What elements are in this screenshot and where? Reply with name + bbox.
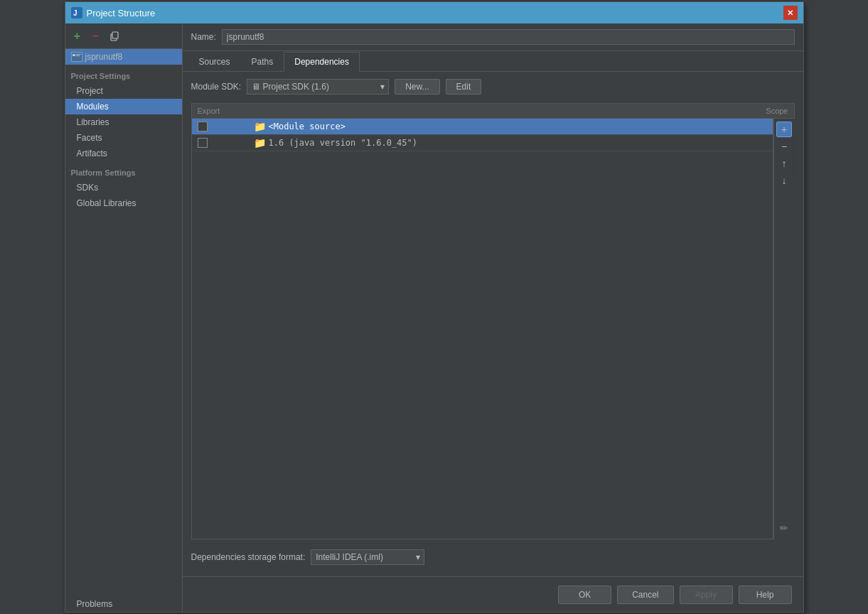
sidebar-item-global-libraries[interactable]: Global Libraries (65, 195, 182, 211)
intellij-icon: J (71, 7, 82, 18)
dep-name-col-2: 📁 1.6 (java version "1.6.0_45") (254, 138, 696, 148)
sidebar-toolbar: + − (65, 23, 182, 49)
dep-actions-col: + 1 JARs or directories... 2 (773, 119, 795, 539)
sidebar-item-modules[interactable]: Modules (65, 99, 182, 114)
table-main: 📁 <Module source> (191, 119, 773, 539)
add-dependency-button[interactable]: + (776, 122, 792, 137)
dep-checkbox-2[interactable] (198, 138, 208, 148)
ok-button[interactable]: OK (558, 586, 611, 604)
sdk-select[interactable]: 🖥 Project SDK (1.6) (247, 79, 389, 95)
svg-rect-7 (76, 55, 80, 56)
dep-name-col-1: 📁 <Module source> (254, 122, 696, 131)
close-button[interactable]: ✕ (783, 6, 798, 20)
storage-select[interactable]: IntelliJ IDEA (.iml) (311, 549, 424, 565)
dep-table-body: 📁 <Module source> (191, 119, 773, 539)
sidebar-item-project[interactable]: Project (65, 83, 182, 99)
dep-export-col-2 (198, 138, 254, 148)
sidebar-item-facets[interactable]: Facets (65, 130, 182, 146)
help-button[interactable]: Help (739, 586, 792, 604)
sdk-select-wrapper: 🖥 Project SDK (1.6) (247, 79, 389, 95)
svg-rect-5 (73, 54, 75, 56)
main-content: Name: Sources Paths Dependencies (183, 23, 803, 612)
tab-sources[interactable]: Sources (188, 52, 241, 72)
sidebar-item-problems[interactable]: Problems (65, 596, 182, 612)
dialog-wrapper: J Project Structure ✕ + − (65, 1, 804, 613)
plus-btn-wrapper: + 1 JARs or directories... 2 (776, 122, 792, 137)
cancel-button[interactable]: Cancel (617, 586, 673, 604)
storage-row: Dependencies storage format: IntelliJ ID… (191, 545, 795, 569)
dep-export-col-1 (198, 122, 254, 131)
svg-rect-6 (76, 54, 81, 55)
table-wrapper: 📁 <Module source> (191, 119, 795, 539)
col-header-scope: Scope (717, 107, 788, 115)
storage-label: Dependencies storage format: (191, 552, 306, 562)
project-settings-section: Project Settings (65, 65, 182, 83)
sdk-label: Module SDK: (191, 82, 242, 92)
title-bar-left: J Project Structure (71, 7, 156, 18)
add-module-button[interactable]: + (70, 28, 85, 44)
col-header-export: Export (198, 107, 254, 115)
edit-sdk-button[interactable]: Edit (446, 79, 482, 95)
dep-name-2: 1.6 (java version "1.6.0_45") (269, 138, 418, 148)
platform-settings-section: Platform Settings (65, 161, 182, 180)
move-down-button[interactable]: ↓ (776, 173, 792, 188)
folder-blue-icon: 📁 (254, 122, 266, 131)
sidebar: + − (65, 23, 183, 612)
edit-pencil-icon[interactable]: ✏ (777, 519, 791, 537)
title-bar: J Project Structure ✕ (65, 2, 803, 23)
dep-name-1: <Module source> (269, 122, 345, 131)
svg-rect-4 (72, 53, 82, 61)
content-area: Module SDK: 🖥 Project SDK (1.6) New... E… (183, 72, 803, 576)
module-icon (71, 52, 82, 62)
dialog-title: Project Structure (87, 8, 156, 18)
sidebar-item-artifacts[interactable]: Artifacts (65, 146, 182, 161)
tab-dependencies[interactable]: Dependencies (284, 52, 360, 72)
storage-select-wrapper: IntelliJ IDEA (.iml) (311, 549, 424, 565)
module-sdk-row: Module SDK: 🖥 Project SDK (1.6) New... E… (191, 79, 795, 95)
sidebar-item-libraries[interactable]: Libraries (65, 114, 182, 130)
dep-checkbox-1[interactable] (198, 122, 208, 131)
folder-orange-icon: 📁 (254, 138, 266, 148)
remove-module-button[interactable]: − (88, 28, 104, 44)
dep-row-jdk[interactable]: 📁 1.6 (java version "1.6.0_45") (192, 135, 773, 151)
bottom-bar: OK Cancel Apply Help (183, 576, 803, 612)
svg-text:J: J (73, 9, 77, 17)
name-label: Name: (191, 32, 216, 42)
sidebar-item-sdks[interactable]: SDKs (65, 180, 182, 195)
dep-row-module-source[interactable]: 📁 <Module source> (192, 119, 773, 135)
copy-module-button[interactable] (107, 28, 122, 44)
dialog-body: + − (65, 23, 803, 612)
remove-dependency-button[interactable]: − (776, 139, 792, 154)
tab-paths[interactable]: Paths (241, 52, 284, 72)
svg-rect-3 (112, 32, 118, 38)
apply-button[interactable]: Apply (680, 586, 733, 604)
project-structure-dialog: J Project Structure ✕ + − (65, 1, 804, 613)
sidebar-module-name: jsprunutf8 (85, 52, 123, 62)
col-header-name (254, 107, 717, 115)
sidebar-module-item[interactable]: jsprunutf8 (65, 49, 182, 65)
name-input[interactable] (222, 29, 795, 45)
name-row: Name: (183, 23, 803, 51)
new-sdk-button[interactable]: New... (395, 79, 439, 95)
tabs-row: Sources Paths Dependencies (183, 51, 803, 72)
dep-table-header: Export Scope (191, 103, 795, 119)
move-up-button[interactable]: ↑ (776, 156, 792, 171)
